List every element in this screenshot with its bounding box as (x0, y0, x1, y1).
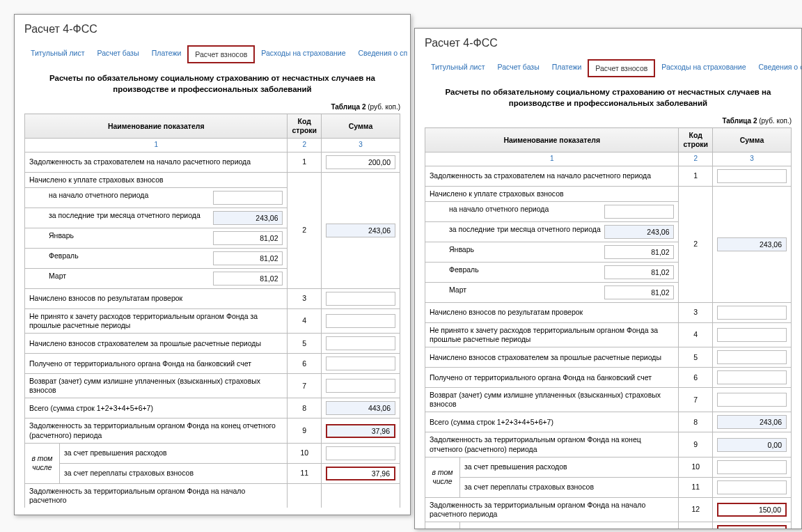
row6-label: Получено от территориального органа Фонд… (25, 354, 288, 374)
row2-total-input-r[interactable] (717, 237, 787, 251)
row7-input[interactable] (326, 379, 395, 393)
month1-input-r[interactable] (604, 245, 674, 259)
tab-info-partial[interactable]: Сведения о сп (352, 45, 411, 63)
row1-label-r: Задолженность за страхователем на начало… (425, 166, 679, 186)
tabs: Титульный лист Расчет базы Платежи Расче… (24, 45, 400, 63)
month1-label: Январь (29, 231, 74, 240)
row5-code: 5 (288, 334, 322, 354)
tab-calc[interactable]: Расчет взносов (187, 45, 255, 63)
section-title: Расчеты по обязательному социальному стр… (24, 73, 400, 95)
row13-input-r[interactable] (717, 525, 787, 529)
tab-info-r[interactable]: Сведения о спец.оценке (752, 59, 802, 77)
vtom-label: в том числе (25, 443, 60, 483)
row12-label-partial: Задолженность за территориальным органом… (25, 483, 288, 508)
month2-label: Февраль (29, 251, 79, 260)
row11-code: 11 (288, 463, 322, 483)
row4-label: Не принято к зачету расходов территориал… (25, 308, 288, 333)
row4-input-r[interactable] (717, 328, 787, 342)
row9-input[interactable] (326, 424, 395, 438)
row8-input[interactable] (326, 401, 395, 415)
th-sum: Сумма (322, 114, 400, 139)
row9-code: 9 (288, 418, 322, 443)
row8-label: Всего (сумма строк 1+2+3+4+5+6+7) (25, 398, 288, 418)
month3-input-r[interactable] (604, 285, 674, 299)
row1-code: 1 (288, 152, 322, 172)
row8-input-r[interactable] (717, 415, 787, 429)
row2a-input[interactable] (213, 191, 283, 205)
row8-code: 8 (288, 398, 322, 418)
row4-code: 4 (288, 308, 322, 333)
tab-titul[interactable]: Титульный лист (24, 45, 91, 63)
tab-base-r[interactable]: Расчет базы (492, 59, 546, 77)
row2-code: 2 (288, 172, 322, 288)
tab-calc-r[interactable]: Расчет взносов (588, 59, 655, 77)
row10-input[interactable] (326, 446, 395, 460)
month3-input[interactable] (213, 272, 283, 285)
colnum-2: 2 (288, 139, 322, 152)
row10-label: за счет превышения расходов (60, 443, 288, 463)
th-name-r: Наименование показателя (425, 128, 679, 152)
th-sum-r: Сумма (713, 128, 792, 152)
window-right: Расчет 4-ФСС Титульный лист Расчет базы … (414, 28, 802, 529)
table-right: Наименование показателя Код строки Сумма… (425, 127, 792, 529)
row2-label-r: Начислено к уплате страховых взносов (425, 186, 679, 201)
row3-code: 3 (288, 288, 322, 308)
th-code-r: Код строки (679, 128, 713, 152)
th-name: Наименование показателя (25, 114, 288, 139)
row1-input-r[interactable] (717, 169, 787, 183)
row7-input-r[interactable] (717, 393, 787, 407)
tab-expenses[interactable]: Расходы на страхование (255, 45, 352, 63)
tabs-r: Титульный лист Расчет базы Платежи Расче… (425, 59, 792, 77)
window-left: Расчет 4-ФСС Титульный лист Расчет базы … (14, 14, 411, 515)
th-code: Код строки (288, 114, 322, 139)
row2-total-input[interactable] (326, 224, 395, 237)
row1-label: Задолженность за страхователем на начало… (25, 152, 288, 172)
row5-label: Начислено взносов страхователем за прошл… (25, 334, 288, 354)
row12-label-r: Задолженность за территориальным органом… (425, 497, 679, 522)
row3-input[interactable] (326, 292, 395, 306)
colnum-1: 1 (25, 139, 288, 152)
row2-label: Начислено к уплате страховых взносов (25, 172, 288, 187)
tab-titul-r[interactable]: Титульный лист (425, 59, 492, 77)
row5-input[interactable] (326, 336, 395, 350)
row11-input[interactable] (326, 467, 395, 480)
row6-input-r[interactable] (717, 370, 787, 384)
month2-input-r[interactable] (604, 265, 674, 279)
table-caption: Таблица 2 (руб. коп.) (24, 103, 400, 111)
table-left: Наименование показателя Код строки Сумма… (24, 114, 400, 508)
row9-input-r[interactable] (717, 438, 787, 452)
tab-base[interactable]: Расчет базы (91, 45, 146, 63)
row6-input[interactable] (326, 357, 395, 370)
row6-code: 6 (288, 354, 322, 374)
page-title-r: Расчет 4-ФСС (425, 37, 792, 49)
row7-code: 7 (288, 374, 322, 398)
row7-label: Возврат (зачет) сумм излишне уплаченных … (25, 374, 288, 398)
tab-payments[interactable]: Платежи (146, 45, 188, 63)
month1-input[interactable] (213, 231, 283, 245)
row9-label: Задолженность за территориальным органом… (25, 418, 288, 443)
row1-input[interactable] (326, 155, 395, 169)
table-caption-r: Таблица 2 (руб. коп.) (425, 117, 792, 125)
row12-input-r[interactable] (717, 503, 787, 517)
row5-input-r[interactable] (717, 350, 787, 364)
row10-code: 10 (288, 443, 322, 463)
row11-input-r[interactable] (717, 480, 787, 494)
row2b-input[interactable] (213, 211, 283, 225)
colnum-3: 3 (322, 139, 400, 152)
row2b-label: за последние три месяца отчетного период… (29, 211, 200, 219)
row3-input-r[interactable] (717, 306, 787, 320)
row2a-label: на начало отчетного периода (29, 191, 148, 199)
section-title-r: Расчеты по обязательному социальному стр… (425, 87, 792, 109)
tab-expenses-r[interactable]: Расходы на страхование (655, 59, 752, 77)
month3-label: Март (29, 272, 66, 280)
month2-input[interactable] (213, 251, 283, 265)
page-title: Расчет 4-ФСС (24, 23, 400, 36)
row2a-input-r[interactable] (604, 205, 674, 219)
row10-input-r[interactable] (717, 460, 787, 474)
row2b-input-r[interactable] (604, 225, 674, 239)
row3-label: Начислено взносов по результатам проверо… (25, 288, 288, 308)
row11-label: за счет переплаты страховых взносов (60, 463, 288, 483)
row4-input[interactable] (326, 314, 395, 328)
tab-payments-r[interactable]: Платежи (546, 59, 588, 77)
